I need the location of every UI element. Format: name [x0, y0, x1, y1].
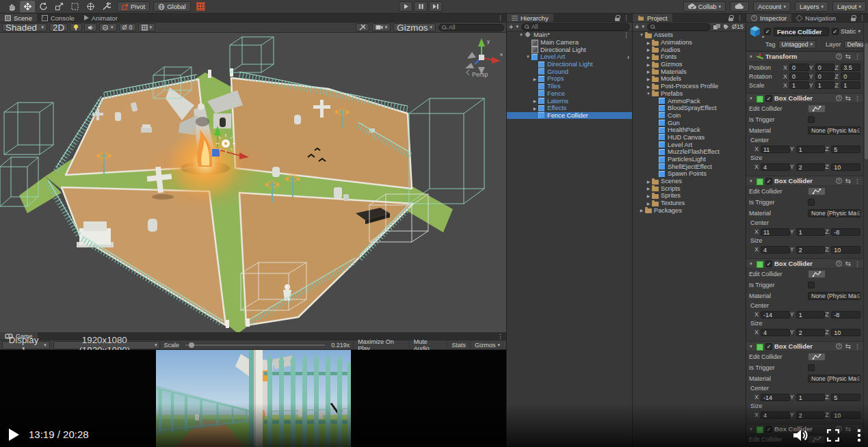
project-item[interactable]: HUD Canvas — [633, 134, 746, 141]
project-item[interactable]: ParticlesLight — [633, 156, 746, 163]
center-x-field[interactable]: 11 — [761, 146, 790, 153]
presets-icon[interactable]: ⇆ — [845, 177, 851, 185]
play-button[interactable] — [399, 1, 412, 12]
center-z-field[interactable]: 5 — [831, 146, 860, 153]
add-object-button[interactable]: + — [509, 23, 513, 30]
size-x-field[interactable]: 4 — [761, 163, 790, 171]
menu-icon[interactable]: ⋮ — [854, 343, 860, 350]
hierarchy-item[interactable]: Directional Light — [507, 46, 632, 53]
hierarchy-item[interactable]: Fence Collider — [507, 112, 632, 120]
size-x-field[interactable]: 4 — [761, 329, 790, 336]
z-field[interactable]: 3.5 — [841, 64, 860, 71]
name-field[interactable]: Fence Collider — [774, 27, 829, 36]
active-checkbox[interactable] — [764, 28, 771, 35]
presets-icon[interactable]: ⇆ — [845, 53, 851, 60]
project-item[interactable]: Assets — [633, 31, 746, 39]
project-item[interactable]: Prefabs — [633, 90, 746, 98]
edit-collider-button[interactable] — [808, 187, 826, 195]
effects-dropdown-icon[interactable]: ▾ — [99, 23, 117, 31]
tab-project[interactable]: Project — [633, 14, 672, 22]
lock-icon[interactable] — [728, 15, 733, 21]
hierarchy-item[interactable]: Main Camera — [507, 39, 632, 46]
tag-dropdown[interactable]: Untagged▾ — [778, 40, 817, 49]
project-item[interactable]: ShellEjectEffect — [633, 163, 746, 170]
component-enabled-checkbox[interactable] — [765, 343, 772, 350]
edit-collider-button[interactable] — [808, 270, 826, 278]
object-picker-icon[interactable]: ⊙ — [856, 375, 860, 382]
center-y-field[interactable]: 1 — [796, 146, 826, 153]
foldout-icon[interactable]: ▼ — [749, 96, 754, 100]
scene-visibility-icon[interactable]: Ø0 — [119, 23, 136, 31]
gizmos-dropdown[interactable]: Gizmos▾ — [393, 23, 436, 31]
video-play-button[interactable] — [9, 429, 19, 441]
size-z-field[interactable]: 10 — [831, 329, 860, 336]
search-by-type-icon[interactable] — [713, 24, 720, 30]
presets-icon[interactable]: ⇆ — [845, 260, 851, 267]
project-item[interactable]: Level Art — [633, 141, 746, 148]
center-y-field[interactable]: 1 — [796, 228, 826, 236]
component-enabled-checkbox[interactable] — [765, 260, 772, 267]
object-picker-icon[interactable]: ⊙ — [856, 210, 860, 217]
lock-icon[interactable] — [851, 15, 856, 21]
rotate-tool-icon[interactable] — [36, 1, 51, 12]
tab-inspector[interactable]: Inspector — [746, 14, 791, 22]
foldout-icon[interactable]: ▼ — [749, 427, 754, 431]
is-trigger-checkbox[interactable] — [808, 364, 815, 371]
cloud-button[interactable] — [730, 1, 749, 12]
tab-console[interactable]: Console — [37, 14, 79, 22]
x-field[interactable]: 0 — [789, 64, 809, 71]
foldout-icon[interactable] — [531, 106, 538, 111]
inspector-scrollbar[interactable] — [863, 23, 868, 447]
project-hidden-count[interactable]: Ø15 — [732, 23, 744, 30]
video-more-icon[interactable] — [857, 429, 861, 442]
project-item[interactable]: Packages — [633, 207, 746, 215]
foldout-icon[interactable] — [645, 55, 652, 59]
project-item[interactable]: Scenes — [633, 178, 746, 185]
foldout-icon[interactable] — [645, 201, 652, 206]
foldout-icon[interactable]: ▼ — [749, 344, 754, 349]
center-x-field[interactable]: 11 — [761, 228, 790, 236]
foldout-icon[interactable]: ▼ — [749, 55, 754, 59]
foldout-icon[interactable] — [645, 84, 652, 89]
center-z-field[interactable]: -8 — [831, 228, 860, 236]
z-field[interactable]: 0 — [841, 72, 860, 80]
lock-icon[interactable] — [615, 15, 620, 21]
project-item[interactable]: Fonts — [633, 53, 746, 61]
project-item[interactable]: BloodSprayEffect — [633, 105, 746, 112]
project-item[interactable]: Scripts — [633, 185, 746, 192]
component-enabled-checkbox[interactable] — [765, 95, 772, 102]
y-field[interactable]: 1 — [815, 81, 835, 89]
menu-icon[interactable]: ⋮ — [854, 178, 860, 185]
hierarchy-item[interactable]: Fence — [507, 90, 632, 98]
draw-mode-dropdown[interactable]: Shaded▾ — [2, 23, 47, 31]
create-asset-caret[interactable]: ▾ — [642, 24, 644, 29]
layers-dropdown[interactable]: Layers▾ — [795, 1, 828, 12]
size-y-field[interactable]: 2 — [796, 163, 826, 171]
rect-tool-icon[interactable] — [67, 1, 82, 12]
project-search-input[interactable] — [647, 23, 711, 31]
pivot-toggle-button[interactable]: Pivot — [117, 1, 150, 12]
project-item[interactable]: Materials — [633, 68, 746, 75]
tab-hierarchy[interactable]: Hierarchy — [507, 14, 553, 22]
center-x-field[interactable]: -14 — [761, 394, 790, 401]
project-item[interactable]: Gizmos — [633, 61, 746, 68]
scrollbar-thumb[interactable] — [865, 43, 868, 159]
transform-tool-icon[interactable] — [83, 1, 98, 12]
foldout-icon[interactable] — [645, 77, 652, 81]
y-field[interactable]: 0 — [815, 72, 835, 80]
scene-viewport[interactable]: y x Persp — [0, 33, 506, 332]
menu-icon[interactable]: ⋮ — [737, 14, 743, 21]
project-item[interactable]: Models — [633, 75, 746, 83]
help-icon[interactable]: ? — [836, 260, 842, 267]
fullscreen-icon[interactable] — [827, 429, 839, 442]
hierarchy-item[interactable]: Ground — [507, 68, 632, 75]
tab-navigation[interactable]: Navigation — [791, 14, 841, 22]
hierarchy-item[interactable]: Level Art — [507, 53, 632, 61]
project-item[interactable]: Gun — [633, 119, 746, 126]
component-enabled-checkbox[interactable] — [765, 178, 772, 185]
create-asset-button[interactable]: + — [635, 23, 639, 30]
x-field[interactable]: 0 — [789, 72, 809, 80]
size-x-field[interactable]: 4 — [761, 246, 790, 254]
menu-icon[interactable]: ⋮ — [497, 333, 503, 340]
hierarchy-search-input[interactable]: All — [521, 23, 630, 31]
